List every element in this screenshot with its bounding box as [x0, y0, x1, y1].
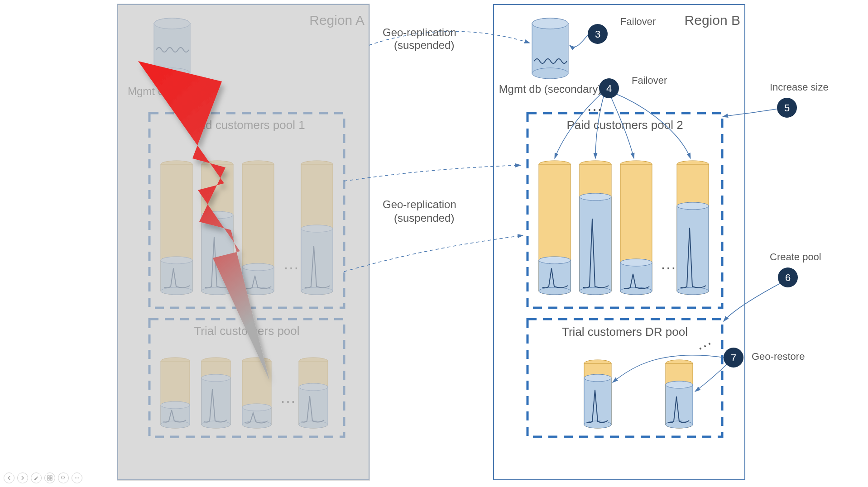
svg-point-95: [666, 381, 693, 388]
svg-rect-99: [48, 476, 49, 477]
svg-point-81: [677, 202, 709, 210]
callout-5-number: 5: [784, 102, 790, 114]
callout-6: 6 Create pool: [724, 251, 821, 321]
geo-rep-top-label-2: (suspended): [394, 39, 454, 51]
mgmt-db-secondary-label: Mgmt db (secondary): [499, 83, 602, 95]
see-all-slides-button[interactable]: [44, 473, 55, 483]
ellipsis-icon: …: [691, 330, 715, 354]
svg-point-75: [620, 259, 652, 266]
svg-point-106: [77, 477, 77, 478]
svg-point-107: [78, 477, 79, 478]
svg-rect-100: [50, 476, 52, 477]
svg-point-96: [666, 421, 693, 428]
cylinder-icon: [584, 360, 611, 428]
zoom-button[interactable]: [58, 473, 69, 483]
region-b-label: Region B: [685, 13, 740, 28]
presentation-toolbar: [4, 472, 82, 484]
ellipsis-icon: …: [586, 96, 603, 115]
cylinder-icon: [620, 161, 652, 295]
callout-7-label: Geo-restore: [752, 351, 805, 362]
ellipsis-icon: …: [660, 254, 676, 273]
svg-point-89: [584, 374, 611, 382]
geo-rep-mid-label-1: Geo-replication: [383, 198, 456, 210]
next-slide-button[interactable]: [17, 473, 28, 483]
svg-line-104: [64, 479, 66, 480]
callout-4-number: 4: [606, 83, 612, 94]
callout-3-number: 3: [595, 29, 600, 40]
svg-point-64: [539, 287, 571, 295]
svg-rect-102: [50, 478, 52, 480]
svg-point-90: [584, 421, 611, 428]
callout-5: 5 Increase size: [723, 81, 829, 118]
callout-5-label: Increase size: [770, 81, 829, 93]
callout-3: 3 Failover: [570, 16, 656, 47]
svg-point-105: [75, 477, 76, 478]
cylinder-icon: [666, 360, 693, 428]
geo-rep-mid-label-2: (suspended): [394, 212, 454, 224]
cylinder-icon: [677, 161, 709, 295]
geo-rep-top-label-1: Geo-replication: [383, 26, 456, 38]
svg-rect-101: [48, 478, 49, 480]
svg-rect-55: [532, 24, 568, 73]
trial-dr-pool-title: Trial customers DR pool: [562, 325, 688, 339]
svg-point-103: [62, 476, 65, 479]
mgmt-db-secondary-icon: [532, 18, 568, 79]
arrow-geo-rep-pool-a: [344, 165, 521, 181]
svg-point-63: [539, 257, 571, 264]
pen-tool-button[interactable]: [31, 473, 42, 483]
arrow-geo-rep-pool-b: [344, 235, 523, 272]
callout-6-label: Create pool: [770, 251, 821, 263]
svg-point-57: [532, 18, 568, 29]
more-options-button[interactable]: [72, 473, 82, 483]
cylinder-icon: [580, 161, 611, 295]
svg-point-70: [580, 287, 611, 295]
callout-7-number: 7: [731, 352, 736, 363]
svg-rect-68: [580, 197, 611, 291]
svg-rect-80: [677, 206, 709, 291]
callout-7: … 7 Geo-restore: [613, 330, 805, 392]
diagram-canvas: Region A Region B Mgmt db (primary) Paid…: [0, 0, 868, 487]
callout-6-number: 6: [785, 272, 791, 283]
prev-slide-button[interactable]: [4, 473, 14, 483]
svg-point-69: [580, 193, 611, 201]
svg-point-56: [532, 68, 568, 79]
svg-point-82: [677, 287, 709, 295]
callout-3-label: Failover: [620, 16, 656, 27]
callout-4-label: Failover: [632, 75, 667, 86]
svg-rect-74: [620, 263, 652, 291]
cylinder-icon: [539, 161, 571, 295]
